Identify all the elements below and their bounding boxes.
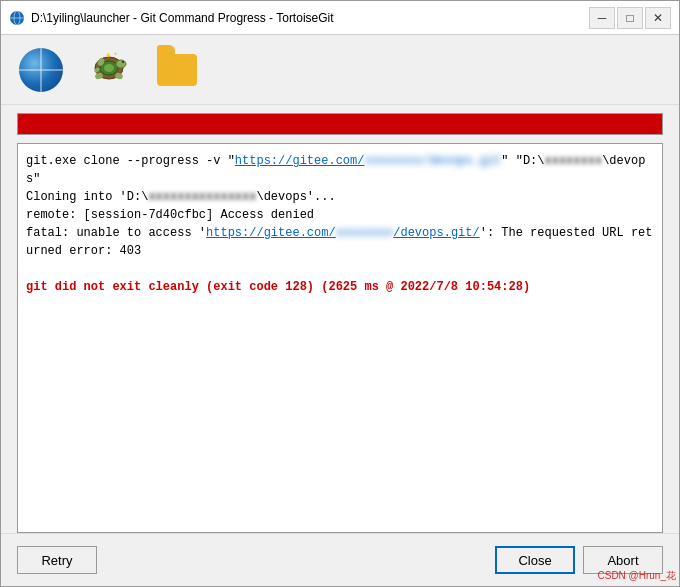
progress-bar-container: [17, 113, 663, 135]
output-line-4: fatal: unable to access 'https://gitee.c…: [26, 224, 654, 260]
folder-icon: [157, 54, 197, 86]
minimize-button[interactable]: ─: [589, 7, 615, 29]
output-link-2[interactable]: https://gitee.com/xxxxxxxx/devops.git/: [206, 226, 480, 240]
close-window-button[interactable]: ✕: [645, 7, 671, 29]
window-title: D:\1yiling\launcher - Git Command Progre…: [31, 11, 589, 25]
globe-icon-container: [17, 46, 65, 94]
window-controls: ─ □ ✕: [589, 7, 671, 29]
close-button[interactable]: Close: [495, 546, 575, 574]
progress-area: [1, 105, 679, 143]
svg-text:✦: ✦: [105, 51, 112, 60]
retry-button[interactable]: Retry: [17, 546, 97, 574]
svg-point-5: [104, 64, 114, 72]
output-line-2: Cloning into 'D:\xxxxxxxxxxxxxxx\devops'…: [26, 188, 654, 206]
folder-icon-container: [153, 46, 201, 94]
output-line-3: remote: [session-7d40cfbc] Access denied: [26, 206, 654, 224]
globe-icon: [19, 48, 63, 92]
output-line-blank: [26, 260, 654, 278]
output-area: git.exe clone --progress -v "https://git…: [17, 143, 663, 533]
output-error-line: git did not exit cleanly (exit code 128)…: [26, 278, 654, 296]
output-link-1[interactable]: https://gitee.com/xxxxxxxx/devops.git: [235, 154, 501, 168]
app-icon: [9, 10, 25, 26]
svg-point-7: [122, 61, 124, 63]
progress-bar-fill: [18, 114, 662, 134]
svg-point-6: [116, 60, 126, 68]
tortoise-icon-container: ✦ ✦: [85, 46, 133, 94]
watermark: CSDN @Hrun_花: [597, 569, 676, 583]
svg-text:✦: ✦: [113, 51, 118, 57]
tortoise-icon: ✦ ✦: [87, 48, 131, 92]
toolbar: ✦ ✦: [1, 35, 679, 105]
output-line-1: git.exe clone --progress -v "https://git…: [26, 152, 654, 188]
title-bar: D:\1yiling\launcher - Git Command Progre…: [1, 1, 679, 35]
maximize-button[interactable]: □: [617, 7, 643, 29]
bottom-bar: Retry Close Abort: [1, 533, 679, 586]
main-window: D:\1yiling\launcher - Git Command Progre…: [0, 0, 680, 587]
